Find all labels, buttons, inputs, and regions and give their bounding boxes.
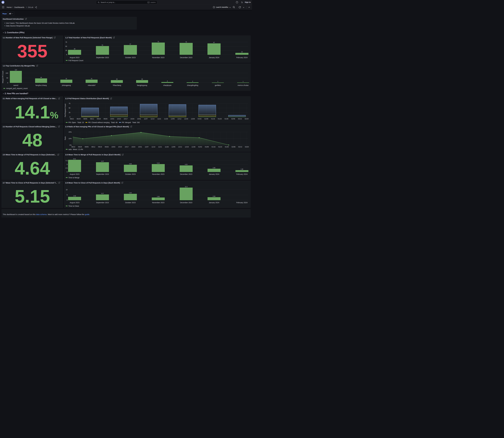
svg-text:20%: 20% [68, 131, 72, 133]
svg-text:10/24: 10/24 [130, 118, 134, 120]
svg-text:November 2023: November 2023 [152, 201, 164, 203]
svg-text:01/23: 01/23 [218, 146, 222, 148]
svg-text:11/28: 11/28 [164, 118, 168, 120]
svg-text:lianghui.zhang: lianghui.zhang [35, 84, 47, 86]
svg-text:jinlongpeng: jinlongpeng [62, 84, 71, 86]
svg-text:6.37: 6.37 [101, 161, 104, 162]
svg-text:2.36: 2.36 [157, 196, 160, 197]
svg-text:10/03: 10/03 [110, 118, 114, 120]
svg-text:25: 25 [69, 112, 70, 113]
svg-text:01/30: 01/30 [225, 118, 228, 120]
svg-text:5: 5 [67, 194, 67, 196]
svg-text:5.90: 5.90 [129, 192, 131, 194]
svg-text:Time to Close: Time to Close [68, 205, 79, 207]
svg-text:10/10: 10/10 [118, 146, 122, 148]
svg-text:Total: 15: Total: 15 [77, 121, 84, 123]
svg-text:12/19: 12/19 [185, 146, 189, 148]
svg-text:February 2024: February 2024 [236, 201, 247, 203]
svg-text:01/02: 01/02 [198, 146, 202, 148]
svg-text:November 2023: November 2023 [152, 56, 164, 58]
svg-text:70: 70 [185, 41, 187, 43]
svg-text:chaojieyan: chaojieyan [163, 84, 172, 86]
svg-text:11/14: 11/14 [150, 118, 154, 120]
svg-text:6: 6 [167, 80, 168, 82]
svg-text:11/14: 11/14 [151, 146, 155, 148]
svg-text:10/10: 10/10 [117, 118, 121, 120]
svg-text:09/26: 09/26 [105, 146, 108, 148]
svg-text:09/05: 09/05 [83, 118, 87, 120]
svg-text:51: 51 [102, 44, 103, 46]
svg-text:October 2023: October 2023 [125, 56, 136, 58]
svg-text:01/16: 01/16 [212, 146, 215, 148]
svg-text:100: 100 [6, 72, 8, 74]
svg-text:12/05: 12/05 [172, 146, 175, 148]
svg-text:4.23: 4.23 [185, 164, 187, 165]
svg-text:February 2024: February 2024 [236, 173, 247, 175]
svg-text:09/12: 09/12 [91, 146, 95, 148]
svg-text:1: 1 [243, 81, 244, 82]
svg-text:Ratio: Ratio [64, 136, 66, 140]
svg-text:September 2023: September 2023 [96, 173, 109, 175]
svg-text:75: 75 [69, 103, 70, 104]
svg-text:02/06: 02/06 [232, 146, 235, 148]
svg-text:02/13: 02/13 [238, 118, 242, 120]
svg-text:narro2: narro2 [13, 84, 18, 86]
svg-text:Total: 48: Total: 48 [111, 121, 117, 123]
svg-text:merico-zhutao: merico-zhutao [237, 84, 248, 86]
svg-text:26: 26 [141, 78, 143, 80]
svg-text:50: 50 [69, 107, 70, 109]
svg-text:December 2023: December 2023 [180, 173, 192, 175]
svg-text:3: 3 [192, 80, 193, 82]
svg-text:zhangdingding: zhangdingding [187, 84, 198, 86]
svg-text:10/24: 10/24 [131, 146, 135, 148]
svg-text:5: 5 [67, 164, 67, 165]
svg-text:12/19: 12/19 [184, 118, 188, 120]
svg-text:02/20: 02/20 [245, 118, 248, 120]
svg-text:liangjingyang: liangjingyang [137, 84, 147, 86]
svg-text:Pull Request Count: Pull Request Count [68, 59, 83, 61]
svg-text:31: 31 [65, 78, 67, 79]
svg-text:01/02: 01/02 [198, 118, 201, 120]
svg-text:11/07: 11/07 [144, 118, 148, 120]
svg-text:October 2023: October 2023 [125, 173, 136, 175]
svg-text:09/05: 09/05 [85, 146, 88, 148]
svg-text:October 2023: October 2023 [125, 201, 136, 203]
svg-text:12/26: 12/26 [191, 146, 195, 148]
svg-text:December 2023: December 2023 [180, 201, 192, 203]
svg-text:11.9: 11.9 [185, 186, 187, 187]
svg-text:January 2024: January 2024 [209, 56, 219, 58]
svg-text:123: 123 [15, 69, 17, 71]
svg-text:mlansdorf: mlansdorf [88, 84, 95, 86]
svg-text:09/19: 09/19 [97, 118, 101, 120]
svg-text:09/26: 09/26 [104, 118, 107, 120]
svg-text:50: 50 [65, 45, 67, 47]
svg-text:September 2023: September 2023 [96, 201, 109, 203]
svg-text:01/23: 01/23 [218, 118, 222, 120]
svg-text:10/03: 10/03 [111, 146, 115, 148]
svg-text:01/30: 01/30 [225, 146, 229, 148]
svg-text:1.06: 1.06 [241, 168, 243, 170]
svg-text:26: 26 [116, 78, 118, 80]
svg-text:75: 75 [65, 41, 67, 43]
svg-text:2.5: 2.5 [65, 167, 67, 169]
svg-text:4.68: 4.68 [129, 163, 131, 164]
svg-text:PR: Merged: PR: Merged [122, 121, 131, 123]
svg-text:PR: Closed without merging: PR: Closed without merging [88, 121, 110, 123]
svg-text:February 2024: February 2024 [236, 56, 247, 58]
svg-text:January 2024: January 2024 [209, 173, 219, 175]
svg-text:01/09: 01/09 [205, 146, 209, 148]
svg-text:8.01: 8.01 [73, 158, 76, 160]
svg-text:10/17: 10/17 [125, 146, 129, 148]
svg-text:2.00: 2.00 [213, 167, 215, 168]
svg-text:08/22: 08/22 [71, 146, 75, 148]
svg-text:10/31: 10/31 [137, 118, 141, 120]
svg-text:Mean: 12.4%: Mean: 12.4% [73, 148, 83, 150]
svg-text:08/29: 08/29 [77, 118, 80, 120]
svg-text:10: 10 [66, 189, 67, 191]
svg-text:10: 10 [241, 51, 243, 53]
svg-text:0: 0 [66, 54, 67, 55]
svg-text:August 2023: August 2023 [70, 201, 79, 203]
svg-text:50: 50 [6, 77, 8, 79]
svg-text:10/31: 10/31 [138, 146, 142, 148]
svg-text:09/19: 09/19 [98, 146, 102, 148]
